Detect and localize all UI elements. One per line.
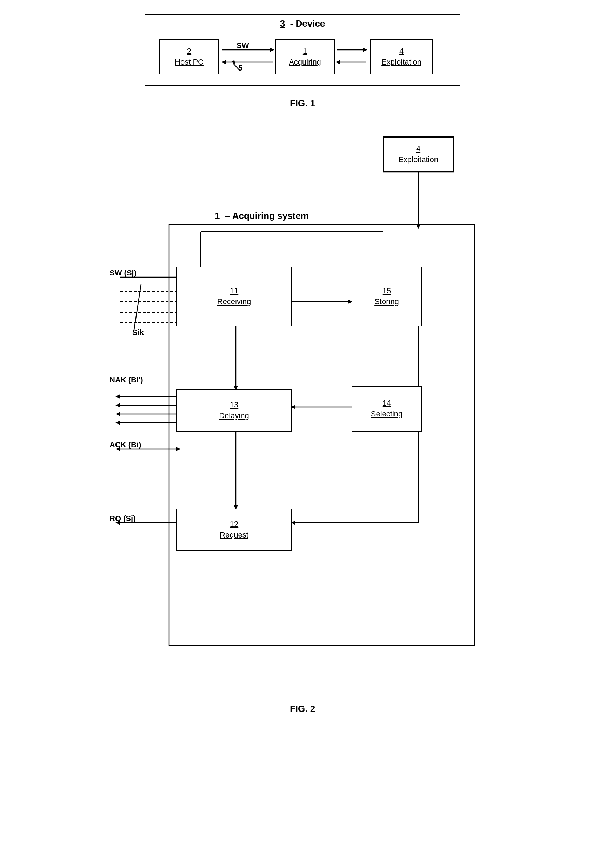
svg-marker-13 <box>416 225 420 229</box>
receiving-box: 11 Receiving <box>176 267 292 326</box>
fig1-arrows: SW 5 <box>219 39 275 74</box>
svg-marker-9 <box>335 60 340 64</box>
fig2-section: 4 Exploitation 1 – Acquiring system 11 R… <box>21 130 584 715</box>
nak-label: NAK (Bi') <box>110 375 143 384</box>
svg-marker-42 <box>115 394 120 398</box>
sw-arrow-svg <box>219 39 275 74</box>
fig1-section: 3 - Device 2 Host PC SW <box>21 14 584 109</box>
exploitation-box-fig1: 4 Exploitation <box>370 39 433 74</box>
storing-box: 15 Storing <box>352 267 422 326</box>
fig1-mid-arrows <box>335 39 370 74</box>
svg-marker-1 <box>270 48 275 52</box>
fig1-diagram: 3 - Device 2 Host PC SW <box>144 14 461 85</box>
fig1-mid-arrow-svg <box>335 39 370 74</box>
arrow5-label: 5 <box>238 64 242 73</box>
acquiring-system-label: 1 – Acquiring system <box>215 211 309 222</box>
acquiring-box: 1 Acquiring <box>275 39 335 74</box>
fig2-diagram: 4 Exploitation 1 – Acquiring system 11 R… <box>110 130 495 691</box>
delaying-box: 13 Delaying <box>176 389 292 432</box>
rq-label: RQ (Sj) <box>110 514 136 523</box>
fig1-row: 2 Host PC SW <box>159 39 446 74</box>
selecting-box: 14 Selecting <box>352 386 422 432</box>
ack-label: ACK (Bi) <box>110 440 141 450</box>
svg-marker-3 <box>222 60 226 64</box>
host-pc-box: 2 Host PC <box>159 39 219 74</box>
request-box: 12 Request <box>176 509 292 551</box>
sik-label: Sik <box>132 328 144 337</box>
svg-marker-48 <box>115 421 120 425</box>
svg-marker-44 <box>115 403 120 407</box>
fig1-device-label: 3 - Device <box>280 18 325 29</box>
svg-marker-7 <box>363 48 368 52</box>
fig2-caption: FIG. 2 <box>290 704 315 715</box>
svg-marker-46 <box>115 412 120 416</box>
svg-marker-50 <box>176 447 181 451</box>
svg-line-40 <box>134 284 141 330</box>
exploitation-box-fig2: 4 Exploitation <box>383 137 453 172</box>
fig1-caption: FIG. 1 <box>290 98 315 109</box>
page-container: 3 - Device 2 Host PC SW <box>21 14 584 715</box>
sw-sj-label: SW (Sj) <box>110 268 137 277</box>
